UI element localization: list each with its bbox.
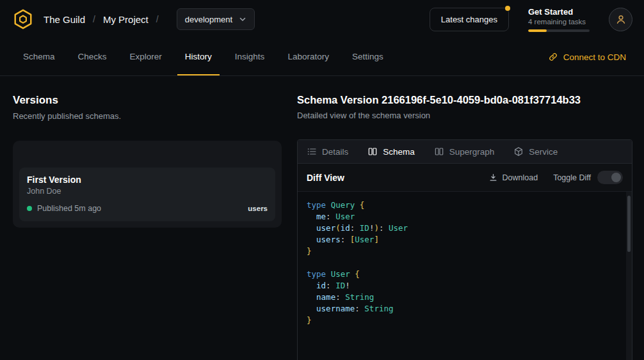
environment-select-value: development — [185, 15, 232, 24]
versions-subtitle: Recently published schemas. — [13, 111, 282, 121]
detail-tab-schema[interactable]: Schema — [367, 146, 415, 157]
columns-icon — [367, 146, 378, 157]
user-icon — [615, 13, 627, 26]
breadcrumb-org[interactable]: The Guild — [44, 14, 85, 25]
breadcrumb-project[interactable]: My Project — [103, 14, 149, 25]
version-list-item[interactable]: First Version John Doe Published 5m ago … — [19, 168, 275, 221]
tab-settings[interactable]: Settings — [344, 38, 391, 75]
get-started-progress-fill — [528, 29, 547, 32]
toggle-knob — [611, 173, 621, 182]
toggle-diff-label: Toggle Diff — [553, 173, 591, 182]
hive-logo[interactable] — [12, 8, 35, 31]
diff-bar: Diff View Download Toggle Diff — [298, 164, 632, 192]
hexagon-logo-icon — [12, 8, 34, 30]
avatar[interactable] — [609, 8, 632, 31]
version-name: First Version — [27, 175, 268, 185]
tab-insights[interactable]: Insights — [227, 38, 273, 75]
main-nav: Schema Checks Explorer History Insights … — [0, 38, 644, 76]
breadcrumb-separator: / — [156, 14, 159, 24]
published-status-dot — [27, 206, 32, 211]
detail-tabs: Details Schema Super — [298, 140, 632, 164]
version-detail-subtitle: Detailed view of the schema version — [297, 111, 632, 120]
chevron-down-icon — [239, 15, 246, 23]
versions-title: Versions — [13, 94, 282, 107]
connect-to-cdn-label: Connect to CDN — [563, 52, 626, 62]
tab-laboratory[interactable]: Laboratory — [280, 38, 337, 75]
version-detail-box: Details Schema Super — [297, 139, 632, 360]
app-window: The Guild / My Project / development Lat… — [0, 0, 644, 360]
versions-card: First Version John Doe Published 5m ago … — [13, 141, 282, 228]
toggle-diff-switch[interactable] — [597, 171, 623, 184]
get-started-widget[interactable]: Get Started 4 remaining tasks — [528, 7, 590, 32]
tab-checks[interactable]: Checks — [70, 38, 115, 75]
get-started-progress-bar — [528, 29, 590, 32]
scrollbar-thumb[interactable] — [627, 196, 631, 252]
versions-panel: Versions Recently published schemas. Fir… — [13, 94, 282, 228]
detail-tab-label: Service — [529, 147, 558, 157]
list-icon — [307, 146, 317, 157]
detail-tab-label: Supergraph — [449, 147, 495, 157]
get-started-title: Get Started — [528, 7, 590, 17]
version-status: Published 5m ago — [37, 204, 101, 213]
link-icon — [548, 52, 558, 62]
schema-code-viewer[interactable]: type Query { me: User user(id: ID!): Use… — [298, 192, 632, 360]
download-icon — [488, 173, 498, 182]
nav-tabs: Schema Checks Explorer History Insights … — [15, 38, 391, 75]
code-content[interactable]: type Query { me: User user(id: ID!): Use… — [298, 192, 632, 334]
diff-view-title: Diff View — [307, 173, 344, 183]
connect-to-cdn-link[interactable]: Connect to CDN — [548, 38, 626, 75]
tab-schema[interactable]: Schema — [15, 38, 63, 75]
latest-changes-label: Latest changes — [441, 15, 497, 24]
get-started-tasks: 4 remaining tasks — [528, 18, 590, 26]
detail-tab-details[interactable]: Details — [307, 146, 348, 157]
main-content: Versions Recently published schemas. Fir… — [0, 76, 644, 360]
latest-changes-button[interactable]: Latest changes — [430, 8, 509, 31]
version-detail-panel: Schema Version 2166196f-5e10-4059-bd0a-0… — [297, 94, 632, 360]
columns-icon — [434, 146, 444, 157]
notification-dot — [505, 6, 510, 11]
detail-tab-service[interactable]: Service — [513, 146, 558, 157]
tab-explorer[interactable]: Explorer — [122, 38, 170, 75]
box-icon — [513, 146, 524, 157]
top-bar: The Guild / My Project / development Lat… — [0, 0, 644, 38]
detail-tab-supergraph[interactable]: Supergraph — [434, 146, 495, 157]
environment-select[interactable]: development — [177, 8, 255, 30]
version-detail-title: Schema Version 2166196f-5e10-4059-bd0a-0… — [297, 94, 632, 106]
breadcrumb-separator: / — [93, 14, 95, 24]
download-label: Download — [503, 173, 538, 182]
version-author: John Doe — [27, 187, 268, 196]
download-button[interactable]: Download — [488, 173, 538, 182]
tab-history[interactable]: History — [177, 38, 220, 75]
version-service-badge: users — [248, 205, 268, 212]
detail-tab-label: Details — [322, 147, 348, 157]
detail-tab-label: Schema — [383, 147, 415, 157]
